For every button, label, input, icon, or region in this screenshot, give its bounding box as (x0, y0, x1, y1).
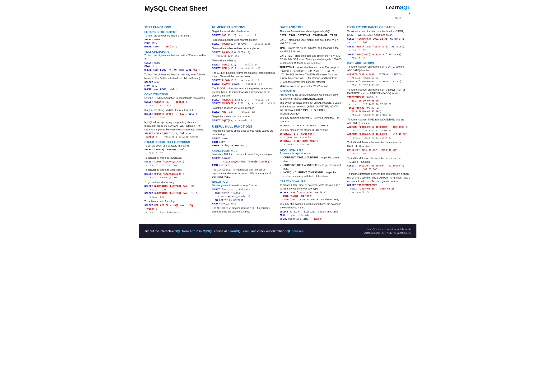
text-op-code2: SELECT name FROM city WHERE name LIKE '_… (145, 81, 208, 91)
round-code2: SELECT ROUND(1234.56789, 3); -- result: … (212, 51, 276, 58)
logo-com: com (386, 16, 410, 20)
filtering-code: SELECT name FROM city WHERE name != 'Ber… (145, 38, 208, 49)
ceil-desc: To round a number up: (212, 59, 276, 62)
extracting-desc: To extract a part of a date, use the fun… (347, 30, 411, 37)
datetime-types: DATE TIME DATETIME TIMESTAMP YEAR (280, 34, 343, 37)
interval-code1: INTERVAL 1 YEAR + INTERVAL 3 MONTH (280, 124, 343, 128)
logo-learn: Learn (386, 5, 400, 10)
mod-code: SELECT MOD(13, 2); -- result: 1 (212, 34, 276, 37)
filtering-output-title: FILTERING THE OUTPUT (145, 31, 208, 33)
extracting-title: EXTRACTING PARTS OF DATES (347, 25, 411, 29)
interval-std: You may also use the standard SQL syntax… (280, 128, 343, 132)
footer-text-start: Try out the interactive (145, 229, 175, 233)
substring-desc: To get just a part of a string: (145, 180, 208, 184)
page: MySQL Cheat Sheet LearnSQL •com TEXT FUN… (139, 0, 416, 221)
datetime-desc: DATETIME – stores the date and time in t… (280, 54, 343, 65)
intervals-title: INTERVALS (280, 90, 343, 93)
text-op-code1: SELECT name FROM city WHERE name LIKE 'P… (145, 61, 208, 72)
length-code: SELECT LENGTH('LearnSQL.com'); -- result… (145, 148, 208, 155)
creating-values-title: CREATING VALUES (280, 180, 343, 183)
creating-explain: You may skip casting in simple condition… (280, 202, 343, 209)
interval-desc3: This syntax consists of the INTERVAL key… (280, 101, 343, 115)
round-desc1: To round a number to its nearest integer… (212, 38, 276, 42)
month-extract-code: SELECT MONTH(CAST('2021-12-31' AS date))… (347, 45, 411, 52)
addtime-code: ADDTIME('2018-02-12 10:20:24', '12:43:02… (347, 125, 411, 140)
truncate-code: SELECT TRUNCATE(13.56, 0); -- result: 13… (212, 98, 276, 105)
timestampadd-desc: To add or subtract an interval from a TI… (347, 88, 411, 95)
nullif-explain: The NULLIF(x, y) function returns NULL i… (212, 206, 276, 214)
what-time-desc: To answer this question, use: (280, 151, 343, 155)
upper-code: SELECT UPPER('LearnSQL.com'); -- result:… (145, 172, 208, 179)
other-useful-title: OTHER USEFUL TEXT FUNCTIONS (145, 141, 208, 143)
sqrt-code: SELECT SQRT(9); -- result: 3 (212, 119, 276, 122)
footer-text: Try out the interactive SQL from A to Z … (145, 229, 304, 233)
adddate-desc: To add or subtract an interval from a DA… (347, 65, 411, 72)
date-arith-title: DATE ARITHMETICS (347, 62, 411, 64)
abs-desc: To get the absolute value of a number: (212, 106, 276, 110)
logo: LearnSQL •com (386, 5, 410, 20)
what-time-title: WHAT TIME IS IT? (280, 148, 343, 151)
concat-desc2: If any of the string is NULL, the result… (145, 108, 208, 112)
lower-desc: To convert all letters to lowercase: (145, 156, 208, 160)
datediff-code: DATEDIFF('2015-01-01', '2014-01-02'); --… (347, 149, 411, 156)
upper-desc: To convert all letters to uppercase: (145, 168, 208, 172)
datediff-desc: To find the difference between two dates… (347, 141, 411, 148)
interval-desc1: An interval is the duration between two … (280, 93, 343, 97)
time-desc: TIME – stores the hours, minutes, and se… (280, 46, 343, 53)
page-title: MySQL Cheat Sheet (145, 5, 208, 12)
footer-right-line1: LearnSQL.com is owned by Vertabelo SA (367, 228, 411, 230)
ceil-explain: The CEIL(x) function returns the smalles… (212, 71, 276, 78)
now-item: NOW() or CURRENT_TIMESTAMP – to get the … (284, 171, 343, 178)
timediff-desc: To find the difference between two times… (347, 157, 411, 164)
null-code: SELECT name FROM city WHERE rating IS NO… (212, 137, 276, 148)
coalesce-explain: The COALESCE() function takes any number… (212, 168, 276, 179)
year-desc: YEAR – stores the year in the YYYY forma… (280, 85, 343, 88)
logo-sql: SQL (400, 5, 410, 10)
footer-text-final: . (303, 229, 304, 233)
timestampadd-code: TIMESTAMPADD(MONTH, 2, '2014-06-10 07:55… (347, 96, 411, 117)
floor-code: SELECT FLOOR(13.8); -- result: 13 SELECT… (212, 79, 276, 86)
timediff-code: SELECT TIMEDIFF('09:30:00', '07:55:00');… (347, 164, 411, 171)
concat-code1: SELECT CONCAT('Hi ', 'there!'); -- resul… (145, 100, 208, 107)
concat-code3: SELECT CONCAT_WS(' ', 1, 'Olivier', 'Nor… (145, 132, 208, 139)
column-numeric: NUMERIC FUNCTIONS To get the remainder o… (212, 23, 276, 221)
creating-code: SELECT CAST('2021-12-31' AS date), CAST(… (280, 191, 343, 202)
columns-container: TEXT FUNCTIONS FILTERING THE OUTPUT To f… (145, 23, 411, 221)
interval-desc2: To define an interval: INTERVAL 1 DAY (280, 97, 343, 100)
footer-link3[interactable]: SQL courses (285, 229, 303, 233)
lower-code: SELECT LOWER('LEARNSQL.COM'); -- result:… (145, 160, 208, 167)
interval-combine: You may combine different INTERVALs usin… (280, 116, 343, 123)
sqrt-desc: To get the square root of a number: (212, 115, 276, 118)
column-extracting: EXTRACTING PARTS OF DATES To extract a p… (347, 23, 411, 221)
addtime-desc: To add or subtract TIME from a DATETIME,… (347, 118, 411, 125)
datetime-title: DATE AND TIME (280, 25, 343, 29)
logo-dot: • (409, 10, 411, 16)
year-extract-code: SELECT YEAR(CAST('2021-12-31' AS date));… (347, 37, 411, 44)
filtering-desc: To fetch the city names that are not Ber… (145, 34, 208, 37)
footer-link1[interactable]: SQL from A to Z in MySQL (175, 229, 213, 233)
text-op-desc2: To fetch the city names that start with … (145, 73, 208, 80)
replace-code: SELECT REPLACE('LearnSQL.com', 'SQL', 'P… (145, 204, 208, 214)
numeric-functions-title: NUMERIC FUNCTIONS (212, 25, 276, 29)
text-operators-title: TEXT OPERATORS (145, 50, 208, 53)
text-op-desc1: To fetch the city names that start with … (145, 54, 208, 61)
timestampdiff-desc: To find the difference between two datet… (347, 172, 411, 183)
column-text-functions: TEXT FUNCTIONS FILTERING THE OUTPUT To f… (145, 23, 208, 221)
text-functions-title: TEXT FUNCTIONS (145, 25, 208, 29)
header: MySQL Cheat Sheet LearnSQL •com (145, 5, 411, 20)
concat-desc3: MySQL allows specifying a separating cha… (145, 121, 208, 131)
null-functions-title: USEFUL NULL FUNCTIONS (212, 125, 276, 128)
nullif-desc: To save yourself from division by 0 erro… (212, 184, 276, 187)
substring-code2: SELECT SUBSTRING('LearnSQL.com', 1, 5); … (145, 192, 208, 199)
what-time-list: CURRENT_TIME or CURTIME – to get the cur… (280, 156, 343, 178)
date-desc: DATE – stores the year, month, and day i… (280, 38, 343, 45)
footer-link2[interactable]: LearnSQL.com (227, 229, 249, 233)
coalesce-desc: To replace NULL in a query with somethin… (212, 152, 276, 156)
concatenation-title: CONCATENATION (145, 93, 208, 96)
adddate-code: ADDDATE('2021-10-31', INTERVAL 2 MONTH);… (347, 73, 411, 87)
concat-desc1: Use the CONCAT() function to concatenate… (145, 96, 208, 100)
interval-code2: INTERVAL '1-3' YEAR_MONTH -- 1 year and … (280, 132, 343, 147)
datetime-intro: There are 5 main time-related types in M… (280, 30, 343, 33)
coalesce-code: SELECT domain, COALESCE(domain, 'domain … (212, 157, 276, 167)
length-desc: To get the count of characters in a stri… (145, 144, 208, 148)
